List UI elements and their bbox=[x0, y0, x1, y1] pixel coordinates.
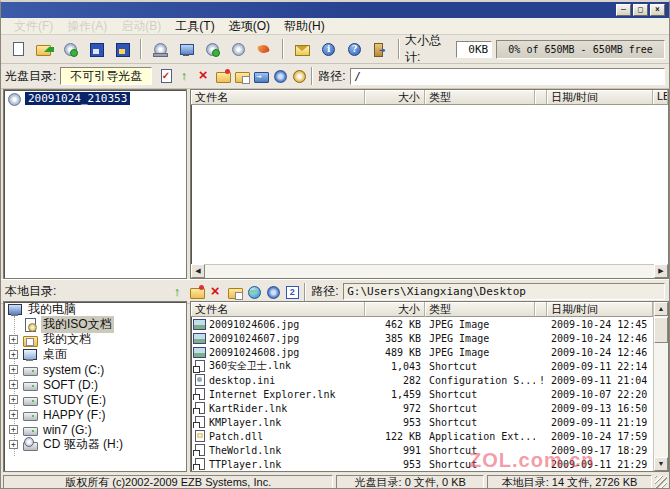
help-button[interactable] bbox=[342, 38, 366, 60]
tree-item-cd-drive-h[interactable]: +CD 驱动器 (H:) bbox=[4, 437, 186, 452]
expander-icon[interactable]: + bbox=[9, 395, 18, 404]
toolbar-buttons: ▾ bbox=[5, 38, 393, 60]
tree-item-drive-e[interactable]: +STUDY (E:) bbox=[4, 392, 186, 407]
column-header-datetime[interactable]: 日期/时间 bbox=[547, 302, 653, 317]
extract-to-button[interactable] bbox=[251, 67, 270, 86]
image-info-button[interactable] bbox=[316, 38, 340, 60]
column-header-datetime[interactable]: 日期/时间 bbox=[547, 90, 653, 105]
menu-item-actions[interactable]: 操作(A) bbox=[60, 17, 114, 36]
tree-item-my-computer[interactable]: 我的电脑 bbox=[4, 302, 186, 317]
column-header-type[interactable]: 类型 bbox=[425, 90, 535, 105]
menu-item-help[interactable]: 帮助(H) bbox=[277, 17, 332, 36]
menu-item-options[interactable]: 选项(O) bbox=[222, 17, 277, 36]
verify-checksum-button[interactable] bbox=[156, 67, 175, 86]
menu-bar: 文件(F)操作(A)启动(B)工具(T)选项(O)帮助(H) bbox=[1, 18, 669, 35]
expander-icon[interactable]: + bbox=[9, 350, 18, 359]
filter-button[interactable] bbox=[263, 282, 282, 301]
resize-grip[interactable] bbox=[655, 476, 667, 488]
column-header-filename[interactable]: 文件名 bbox=[191, 90, 365, 105]
column-header-filename[interactable]: 文件名 bbox=[191, 302, 365, 317]
tree-item-drive-d[interactable]: +SOFT (D:) bbox=[4, 377, 186, 392]
column-header-attr[interactable] bbox=[535, 302, 547, 317]
expander-icon[interactable]: + bbox=[9, 335, 18, 344]
floppy-as-icon bbox=[114, 41, 130, 57]
file-row[interactable]: Patch.dll122 KBApplication Ext...2009-10… bbox=[191, 429, 668, 443]
explore-button[interactable] bbox=[282, 282, 301, 301]
tree-item-my-iso-documents[interactable]: 我的ISO文档 bbox=[4, 317, 186, 332]
expander-icon[interactable]: + bbox=[9, 425, 18, 434]
local-path-input[interactable]: G:\Users\Xiangxiang\Desktop bbox=[343, 283, 665, 300]
disc-root-item[interactable]: 20091024_210353 bbox=[4, 90, 186, 107]
open-image-button[interactable]: ▾ bbox=[32, 38, 56, 60]
rename-button[interactable] bbox=[232, 67, 251, 86]
send-mail-button[interactable] bbox=[290, 38, 314, 60]
menu-item-tools[interactable]: 工具(T) bbox=[168, 17, 221, 36]
expander-icon[interactable]: + bbox=[9, 365, 18, 374]
convert-image-button[interactable] bbox=[174, 38, 198, 60]
size-total-value: 0KB bbox=[456, 41, 493, 58]
file-row[interactable]: 20091024606.jpg462 KBJPEG Image2009-10-2… bbox=[191, 317, 668, 331]
menu-item-bootable[interactable]: 启动(B) bbox=[114, 17, 168, 36]
expander-icon[interactable]: + bbox=[9, 380, 18, 389]
extract-button[interactable] bbox=[175, 67, 194, 86]
save-as-button[interactable] bbox=[110, 38, 134, 60]
file-name: Internet Explorer.lnk bbox=[209, 389, 335, 400]
monitor-disc-icon bbox=[178, 41, 194, 57]
expander-icon[interactable]: + bbox=[9, 410, 18, 419]
file-size: 489 KB bbox=[365, 347, 425, 358]
column-header-lba[interactable]: LB bbox=[653, 90, 668, 105]
file-type: Shortcut bbox=[425, 459, 535, 470]
new-folder-button[interactable] bbox=[187, 282, 206, 301]
file-row[interactable]: TTPlayer.lnk953Shortcut2009-09-11 21:29 bbox=[191, 457, 668, 471]
close-button[interactable]: × bbox=[650, 4, 665, 16]
menu-item-file[interactable]: 文件(F) bbox=[7, 17, 60, 36]
disc-info-button[interactable] bbox=[226, 38, 250, 60]
delete-button[interactable] bbox=[206, 282, 225, 301]
rename-button[interactable] bbox=[225, 282, 244, 301]
new-image-button[interactable] bbox=[6, 38, 30, 60]
expander-icon[interactable]: + bbox=[9, 440, 18, 449]
file-row[interactable]: 20091024607.jpg385 KBJPEG Image2009-10-2… bbox=[191, 331, 668, 345]
column-header-attr[interactable] bbox=[535, 90, 547, 105]
disc-file-list-body[interactable] bbox=[191, 105, 668, 251]
delete-button[interactable] bbox=[194, 67, 213, 86]
file-row[interactable]: KartRider.lnk972Shortcut2009-09-13 16:50 bbox=[191, 401, 668, 415]
column-header-size[interactable]: 大小 bbox=[365, 302, 425, 317]
file-row[interactable]: TheWorld.lnk991Shortcut2009-09-17 18:29 bbox=[191, 443, 668, 457]
maximize-button[interactable]: □ bbox=[633, 4, 648, 16]
file-name: KartRider.lnk bbox=[209, 403, 287, 414]
file-row[interactable]: KMPlayer.lnk953Shortcut2009-09-11 21:19 bbox=[191, 415, 668, 429]
save-button[interactable] bbox=[84, 38, 108, 60]
file-row[interactable]: 20091024608.jpg489 KBJPEG Image2009-10-2… bbox=[191, 345, 668, 359]
scroll-right-arrow-icon[interactable]: ▶ bbox=[654, 264, 668, 278]
erase-disc-button[interactable] bbox=[252, 38, 276, 60]
disc-path-input[interactable]: / bbox=[350, 68, 665, 85]
tree-item-my-documents[interactable]: +我的文档 bbox=[4, 332, 186, 347]
tree-item-drive-f[interactable]: +HAPPY (F:) bbox=[4, 407, 186, 422]
verify-disc-button[interactable] bbox=[200, 38, 224, 60]
scroll-left-arrow-icon[interactable]: ◀ bbox=[191, 264, 205, 278]
tree-item-drive-g[interactable]: +win7 (G:) bbox=[4, 422, 186, 437]
column-header-size[interactable]: 大小 bbox=[365, 90, 425, 105]
find-button[interactable] bbox=[289, 67, 308, 86]
tree-item-desktop[interactable]: +桌面 bbox=[4, 347, 186, 362]
scrollbar-thumb[interactable] bbox=[654, 317, 668, 343]
column-header-type[interactable]: 类型 bbox=[425, 302, 535, 317]
minimize-button[interactable]: ─ bbox=[616, 4, 631, 16]
new-folder-button[interactable] bbox=[213, 67, 232, 86]
burn-cd-button[interactable] bbox=[148, 38, 172, 60]
exit-button[interactable] bbox=[368, 38, 392, 60]
disc-list-horizontal-scrollbar[interactable]: ◀ ▶ bbox=[191, 264, 668, 278]
file-row[interactable]: desktop.ini282Configuration S...!2009-09… bbox=[191, 373, 668, 387]
boot-status-box[interactable]: 不可引导光盘 bbox=[60, 67, 152, 85]
scroll-up-arrow-icon[interactable]: ▲ bbox=[654, 302, 668, 316]
local-list-vertical-scrollbar[interactable]: ▲ ▼ bbox=[653, 302, 668, 471]
filter-button[interactable] bbox=[270, 67, 289, 86]
file-row[interactable]: 360安全卫士.lnk1,043Shortcut2009-09-11 22:14 bbox=[191, 359, 668, 373]
tree-item-drive-c[interactable]: +system (C:) bbox=[4, 362, 186, 377]
scroll-down-arrow-icon[interactable]: ▼ bbox=[654, 457, 668, 471]
make-cd-image-button[interactable] bbox=[58, 38, 82, 60]
up-one-level-button[interactable] bbox=[168, 282, 187, 301]
file-row[interactable]: Internet Explorer.lnk1,459Shortcut2009-1… bbox=[191, 387, 668, 401]
refresh-button[interactable] bbox=[244, 282, 263, 301]
